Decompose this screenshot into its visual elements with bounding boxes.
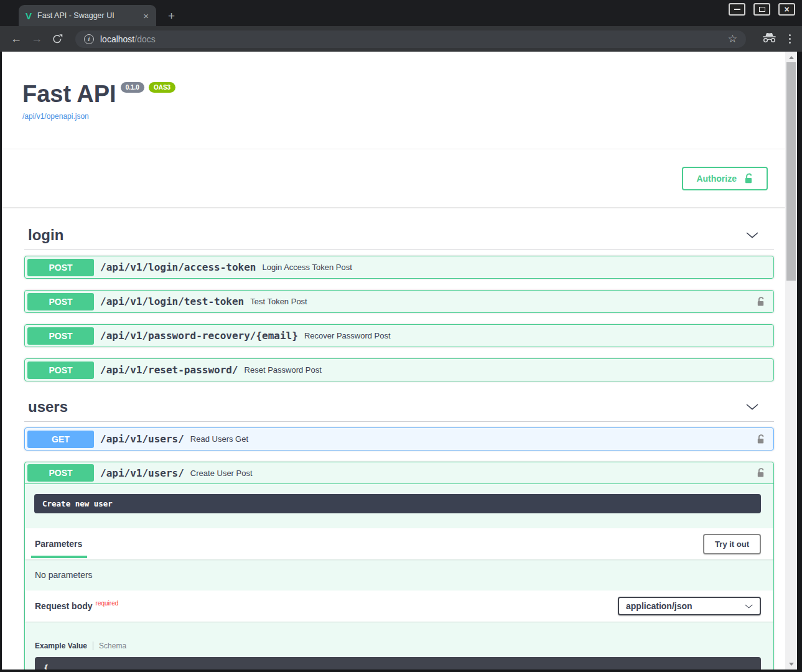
op-path: /api/v1/login/access-token — [100, 261, 256, 273]
op-path: /api/v1/users/ — [100, 467, 184, 479]
scrollbar-up-arrow[interactable] — [785, 52, 797, 62]
opblock-read-users: GET /api/v1/users/ Read Users Get — [24, 427, 774, 450]
op-summary[interactable]: GET /api/v1/users/ Read Users Get — [25, 428, 773, 450]
close-window-button[interactable]: × — [778, 3, 795, 16]
incognito-icon — [762, 32, 776, 45]
method-badge: GET — [27, 431, 94, 448]
authorize-button[interactable]: Authorize — [682, 167, 768, 190]
op-path: /api/v1/reset-password/ — [100, 364, 238, 376]
op-summary[interactable]: POST /api/v1/users/ Create User Post — [25, 462, 773, 484]
tag-name: users — [28, 398, 68, 416]
reload-icon — [52, 34, 63, 45]
window-controls: × — [729, 3, 795, 16]
opblock-create-user: POST /api/v1/users/ Create User Post Cre… — [24, 462, 774, 670]
example-value-tab[interactable]: Example Value — [35, 642, 87, 650]
required-badge: required — [96, 600, 119, 607]
example-code-block: { — [35, 657, 761, 670]
request-body-label: Request bodyrequired — [35, 601, 118, 611]
url-text: localhost/docs — [100, 34, 156, 44]
opblock-reset-password: POST /api/v1/reset-password/ Reset Passw… — [24, 358, 774, 381]
tag-header-users[interactable]: users — [24, 393, 774, 422]
method-badge: POST — [27, 362, 94, 379]
op-summary-text: Read Users Get — [190, 434, 248, 444]
opblock-password-recovery: POST /api/v1/password-recovery/{email} R… — [24, 324, 774, 347]
op-summary[interactable]: POST /api/v1/login/access-token Login Ac… — [25, 256, 773, 278]
op-summary-text: Create User Post — [190, 469, 253, 478]
address-bar[interactable]: i localhost/docs ☆ — [75, 30, 746, 48]
op-summary[interactable]: POST /api/v1/reset-password/ Reset Passw… — [25, 359, 773, 381]
page-title: Fast API0.1.0OAS3 — [22, 81, 766, 108]
minimize-icon — [734, 9, 740, 10]
tab-title: Fast API - Swagger UI — [37, 11, 136, 20]
op-path: /api/v1/users/ — [100, 433, 184, 445]
op-summary-text: Login Access Token Post — [262, 263, 352, 272]
example-tabs: Example Value Schema — [35, 642, 761, 650]
auth-lock-icon[interactable] — [757, 296, 765, 307]
method-badge: POST — [27, 327, 94, 345]
media-type-value: application/json — [626, 601, 692, 611]
page-scrollbar[interactable] — [785, 52, 797, 670]
bookmark-star-icon[interactable]: ☆ — [728, 32, 737, 45]
scrollbar-thumb[interactable] — [786, 62, 796, 281]
operations-list: login POST /api/v1/login/access-token Lo… — [2, 221, 785, 670]
try-it-out-button[interactable]: Try it out — [703, 534, 761, 554]
op-summary-text: Recover Password Post — [304, 331, 391, 340]
reload-button[interactable] — [50, 34, 65, 45]
unlocked-padlock-icon — [744, 172, 753, 185]
scrollbar-down-arrow[interactable] — [785, 659, 797, 669]
fastapi-favicon-icon: V — [26, 11, 32, 21]
method-badge: POST — [27, 293, 94, 310]
method-badge: POST — [27, 259, 94, 276]
tag-name: login — [28, 226, 63, 245]
site-info-icon[interactable]: i — [84, 34, 94, 44]
op-description: Create new user — [34, 494, 761, 513]
browser-titlebar: V Fast API - Swagger UI × + × — [0, 0, 802, 26]
parameters-header: Parameters Try it out — [25, 528, 773, 559]
close-icon: × — [784, 5, 789, 14]
url-host: localhost — [100, 34, 134, 44]
op-path: /api/v1/password-recovery/{email} — [100, 330, 298, 342]
browser-tab[interactable]: V Fast API - Swagger UI × — [19, 5, 156, 26]
forward-button[interactable]: → — [29, 32, 44, 45]
chevron-down-icon[interactable] — [746, 404, 758, 410]
schema-tab[interactable]: Schema — [99, 642, 126, 650]
op-summary-text: Reset Password Post — [245, 365, 322, 375]
back-button[interactable]: ← — [9, 32, 24, 45]
openapi-spec-link[interactable]: /api/v1/openapi.json — [22, 112, 89, 121]
auth-lock-icon[interactable] — [757, 467, 765, 478]
model-example: Example Value Schema { — [25, 622, 773, 670]
api-info: Fast API0.1.0OAS3 /api/v1/openapi.json — [2, 52, 785, 121]
media-type-select[interactable]: application/json — [618, 597, 761, 615]
oas3-badge: OAS3 — [149, 82, 175, 93]
url-path: /docs — [134, 34, 155, 44]
tab-close-icon[interactable]: × — [141, 11, 151, 21]
tag-section-users: users GET /api/v1/users/ Read Users Get — [24, 393, 774, 670]
auth-lock-icon[interactable] — [757, 434, 765, 445]
method-badge: POST — [27, 464, 94, 482]
chevron-down-icon[interactable] — [746, 232, 758, 238]
maximize-icon — [759, 7, 765, 12]
no-parameters-text: No parameters — [25, 559, 773, 590]
opblock-login-test-token: POST /api/v1/login/test-token Test Token… — [24, 290, 774, 313]
tab-separator — [93, 642, 93, 650]
op-expanded-body: Create new user Parameters Try it out No… — [25, 494, 773, 670]
op-summary[interactable]: POST /api/v1/password-recovery/{email} R… — [25, 325, 773, 347]
select-chevron-icon — [745, 604, 753, 609]
version-badge: 0.1.0 — [121, 82, 144, 93]
scheme-container: Authorize — [2, 149, 785, 207]
minimize-button[interactable] — [729, 3, 745, 16]
op-path: /api/v1/login/test-token — [100, 296, 244, 307]
new-tab-button[interactable]: + — [168, 10, 175, 22]
tag-section-login: login POST /api/v1/login/access-token Lo… — [24, 221, 774, 381]
window-border — [797, 52, 802, 670]
browser-toolbar: ← → i localhost/docs ☆ — [0, 26, 802, 52]
tag-header-login[interactable]: login — [24, 221, 774, 250]
browser-menu-button[interactable] — [785, 33, 795, 45]
swagger-page: Fast API0.1.0OAS3 /api/v1/openapi.json A… — [2, 52, 785, 670]
opblock-login-access-token: POST /api/v1/login/access-token Login Ac… — [24, 256, 774, 279]
op-summary[interactable]: POST /api/v1/login/test-token Test Token… — [25, 291, 773, 312]
maximize-button[interactable] — [753, 3, 770, 16]
parameters-tab[interactable]: Parameters — [35, 539, 82, 549]
request-body-header: Request bodyrequired application/json — [25, 590, 773, 622]
op-summary-text: Test Token Post — [250, 297, 307, 306]
